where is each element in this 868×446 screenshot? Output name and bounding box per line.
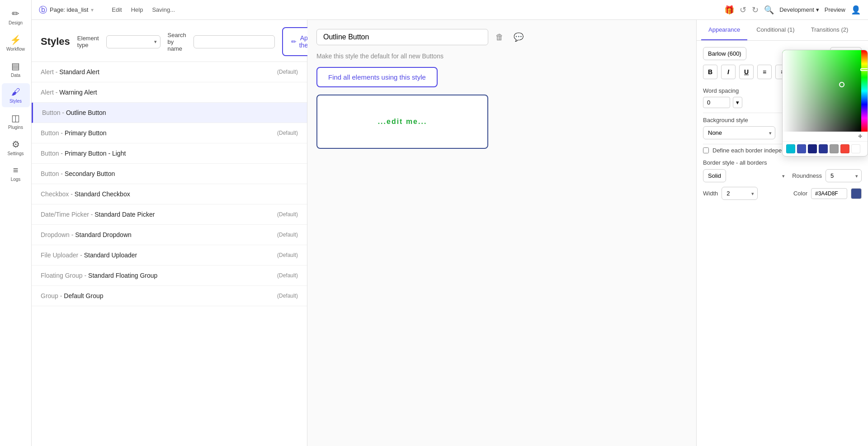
gradient-cursor[interactable] [839,82,844,87]
style-item[interactable]: Button - Primary Button - Light [32,143,307,164]
font-select[interactable]: Barlow (600) [703,47,746,60]
style-item-category: Button - [41,170,65,177]
style-item[interactable]: File Uploader - Standard Uploader (Defau… [32,245,307,266]
preset-swatch[interactable] [786,144,795,153]
gift-icon[interactable]: 🎁 [724,5,734,15]
style-item[interactable]: Floating Group - Standard Floating Group… [32,266,307,286]
default-badge: (Default) [277,232,298,238]
italic-button[interactable]: I [721,65,736,79]
tab-conditional[interactable]: Conditional (1) [749,20,802,40]
style-item[interactable]: Button - Secondary Button [32,164,307,184]
bg-style-select-wrapper: None [703,126,775,139]
styles-header: Styles Element type Search by name ✏ App… [32,20,307,62]
color-picker-popup: ✛ [782,50,868,157]
tab-appearance[interactable]: Appearance [701,20,747,40]
width-select[interactable]: 2 [722,187,758,200]
logs-icon: ≡ [13,165,19,176]
preset-swatch[interactable] [840,144,849,153]
comment-style-button[interactable]: 💬 [511,29,526,45]
tab-transitions-label: Transitions (2) [811,26,849,33]
style-item-text: Date/Time Picker - Standard Date Picker [41,211,155,218]
style-item[interactable]: Alert - Standard Alert (Default) [32,62,307,82]
dev-environment-btn[interactable]: Development ▾ [779,6,819,13]
roundness-select-wrapper: 5 [826,169,862,182]
find-elements-button[interactable]: Find all elements using this style [316,67,438,87]
preset-swatch[interactable] [851,144,860,153]
style-item-text: Group - Default Group [41,292,104,299]
style-item[interactable]: Button - Outline Button [32,103,307,123]
roundness-select[interactable]: 5 [826,169,862,182]
gradient-bg[interactable] [783,50,861,132]
bg-style-select[interactable]: None [703,126,775,139]
sidebar-item-workflow[interactable]: ⚡ Workflow [2,31,30,55]
style-item-category: Alert - [41,68,59,76]
default-badge: (Default) [277,69,298,75]
align-left-button[interactable]: ≡ [757,65,772,79]
redo-icon[interactable]: ↻ [752,5,759,15]
style-item-category: Alert - [41,89,59,96]
style-item[interactable]: Date/Time Picker - Standard Date Picker … [32,204,307,225]
delete-style-button[interactable]: 🗑 [493,30,506,45]
color-picker-gradient[interactable] [783,50,868,132]
width-label: Width [703,190,718,197]
style-item[interactable]: Button - Primary Button (Default) [32,123,307,143]
bold-button[interactable]: B [703,65,717,79]
underline-button[interactable]: U [739,65,754,79]
env-label: Development [779,6,814,13]
preset-swatch[interactable] [797,144,806,153]
sidebar-item-styles[interactable]: 🖌 Styles [2,83,30,107]
preset-swatch[interactable] [819,144,828,153]
style-item-name: Standard Dropdown [75,231,132,238]
word-spacing-input[interactable] [703,97,730,108]
border-style-select[interactable]: Solid [703,169,726,182]
border-color-swatch[interactable] [851,188,862,199]
history-icon[interactable]: ↺ [740,5,746,15]
hue-slider[interactable] [861,50,868,132]
tab-conditional-label: Conditional (1) [756,26,795,33]
style-item-text: Button - Secondary Button [41,170,115,177]
border-color-hex-input[interactable] [811,188,847,199]
help-menu[interactable]: Help [131,6,143,13]
style-editor-panel: 🗑 💬 Make this style the default for all … [307,20,696,446]
style-name-input[interactable] [316,29,488,45]
tab-transitions[interactable]: Transitions (2) [804,20,856,40]
style-item-name: Standard Alert [59,68,99,76]
search-icon[interactable]: 🔍 [764,5,774,15]
style-item[interactable]: Dropdown - Standard Dropdown (Default) [32,225,307,245]
search-input[interactable] [193,35,275,48]
style-item-name: Primary Button - Light [65,150,126,157]
sidebar-item-logs[interactable]: ≡ Logs [2,161,30,185]
style-item[interactable]: Alert - Warning Alert [32,82,307,103]
style-item-category: File Uploader - [41,251,84,259]
width-select-wrapper: 2 [722,187,758,200]
border-independent-checkbox[interactable] [703,147,709,153]
page-name: Page: idea_list [50,6,88,13]
word-spacing-dropdown[interactable]: ▾ [733,97,742,108]
user-avatar[interactable]: 👤 [851,5,861,15]
sidebar-item-settings[interactable]: ⚙ Settings [2,135,30,160]
edit-menu[interactable]: Edit [112,6,122,13]
page-dropdown-icon[interactable]: ▾ [91,7,94,13]
element-type-select[interactable] [106,35,160,48]
main-content: ⓑ Page: idea_list ▾ Edit Help Saving... … [32,0,868,446]
preview-btn[interactable]: Preview [825,6,845,13]
style-item-name: Warning Alert [59,89,97,96]
default-badge: (Default) [277,293,298,299]
settings-icon: ⚙ [12,139,20,150]
style-item[interactable]: Checkbox - Standard Checkbox [32,184,307,204]
style-item-text: Alert - Standard Alert [41,68,99,76]
sidebar-item-data[interactable]: ▤ Data [2,57,30,81]
preset-swatch[interactable] [808,144,817,153]
preset-swatch[interactable] [830,144,839,153]
border-style-label-text: Border style - all borders [703,159,767,166]
sidebar-item-label-styles: Styles [9,99,22,104]
crosshair-icon: ✛ [858,133,862,139]
sidebar-item-plugins[interactable]: ◫ Plugins [2,109,30,133]
hue-cursor [860,68,868,71]
sidebar-item-design[interactable]: ✏ Design [2,5,30,29]
default-badge: (Default) [277,272,298,279]
style-item-name: Standard Date Picker [94,211,155,218]
styles-icon: 🖌 [11,87,20,97]
style-item[interactable]: Group - Default Group (Default) [32,286,307,306]
style-item-text: Button - Primary Button [41,129,107,137]
